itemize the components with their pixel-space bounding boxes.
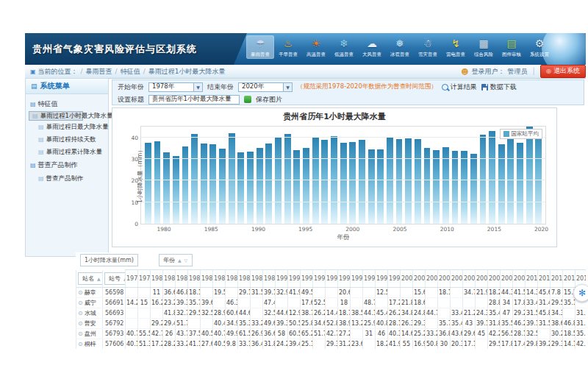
value-cell: 40.7 (126, 329, 138, 339)
nav-item-lightning[interactable]: ↯雷电普查 (442, 35, 470, 59)
sidebar-item[interactable]: ▤普查产品制作 (29, 172, 108, 185)
value-cell (313, 339, 326, 350)
sidebar-group[interactable]: ▤普查产品制作 (29, 158, 108, 172)
nav-item-rainstorm[interactable]: ☂暴雨普查 (246, 35, 274, 59)
nav-item-label: 雪灾普查 (418, 51, 437, 57)
logout-button[interactable]: ◎ 退出系统 (540, 65, 586, 78)
sidebar-item[interactable]: ▤暴雨过程日最大降水量 (29, 121, 108, 133)
value-cell (188, 319, 201, 329)
bar-slot (459, 127, 469, 224)
chart-bar (368, 149, 375, 224)
value-cell: 33.4 (451, 308, 463, 319)
save-image-button[interactable]: 保存图片 (256, 95, 282, 105)
data-table: 站名▲ ▽ 站号▲ ▽ 1978197919801981198219831984… (76, 269, 586, 349)
value-cell: 43.6 (451, 329, 463, 339)
x-tick-label: 1980 (157, 226, 171, 233)
sidebar-item[interactable]: ▤暴雨过程1小时最大降水量 (29, 111, 83, 121)
value-cell: 47 (501, 308, 513, 319)
chart-bar (517, 143, 523, 224)
sidebar-title: ▤ 系统菜单 (26, 79, 108, 94)
value-cell: 35.3 (238, 319, 251, 329)
value-cell: 24.2 (276, 339, 288, 350)
row-expander-icon[interactable]: ⊙ (78, 341, 83, 347)
value-cell: 41.9 (388, 339, 401, 350)
breadcrumb-item-current[interactable]: 暴雨过程1小时最大降水量 (148, 67, 226, 77)
chart-title-input[interactable]: 贵州省历年1小时最大降水量 (148, 95, 240, 105)
value-cell: 40.5 (213, 339, 226, 350)
value-cell: 44.6 (276, 308, 288, 319)
calculate-button[interactable]: 计算结果 (442, 82, 477, 92)
row-expander-icon[interactable]: ⊙ (78, 320, 83, 327)
chart-bar (303, 148, 309, 224)
sidebar-group[interactable]: ▤特征值 (29, 97, 108, 111)
value-cell: 15 (138, 298, 151, 308)
sidebar-item[interactable]: ▤暴雨过程累计降水量 (29, 146, 108, 158)
value-cell: 31.5 (538, 319, 551, 329)
sidebar: ▤ 系统菜单 ▤特征值▤暴雨过程1小时最大降水量▤暴雨过程日最大降水量▤暴雨过程… (25, 78, 109, 257)
nav-item-drought[interactable]: ♨干旱普查 (274, 35, 302, 59)
value-cell: 35.5 (501, 319, 513, 329)
location-marker-icon: ▣ (30, 68, 36, 75)
year-column-header: 2007 (488, 270, 501, 288)
nav-item-label: 干旱普查 (279, 51, 298, 57)
measure-chip[interactable]: 1小时降水量(mm) (80, 254, 138, 266)
chart-legend: 国家站平均 (500, 129, 543, 139)
nav-item-label: 系统设置 (530, 51, 549, 57)
sidebar-tree: ▤特征值▤暴雨过程1小时最大降水量▤暴雨过程日最大降水量▤暴雨过程持续天数▤暴雨… (26, 94, 108, 185)
value-cell: 41.1 (188, 339, 201, 350)
bar-slot (357, 127, 367, 224)
nav-item-low-temp[interactable]: ❄低温普查 (330, 35, 358, 59)
year-group-chip[interactable]: 年份▲ ▽ (159, 254, 193, 266)
value-cell (313, 288, 326, 298)
value-cell: 55 (401, 339, 413, 350)
row-expander-icon[interactable]: ⊙ (78, 310, 83, 316)
row-expander-icon[interactable]: ⊙ (78, 330, 83, 337)
value-cell: 28.9 (213, 308, 226, 319)
value-cell: 29.5 (488, 339, 501, 350)
bar-slot (301, 127, 311, 224)
app-title: 贵州省气象灾害风险评估与区划系统 (25, 43, 197, 56)
value-cell: 49.5 (301, 288, 313, 298)
value-cell: 39.1 (263, 288, 276, 298)
value-cell: 14.1 (563, 339, 576, 350)
nav-item-composite-risk[interactable]: ▦综合风险 (470, 35, 498, 59)
chart-bar (489, 131, 495, 224)
value-cell: 29.8 (526, 339, 538, 350)
download-button[interactable]: 数据下载 (481, 82, 517, 92)
nav-item-high-temp[interactable]: ☀高温普查 (302, 35, 330, 59)
lightning-icon: ↯ (451, 37, 460, 51)
nav-item-settings-wrench[interactable]: ⚙系统设置 (526, 35, 553, 59)
bar-slot (311, 127, 320, 224)
value-cell: 12.5 (376, 288, 388, 298)
chart-bar (201, 144, 207, 224)
sidebar-item[interactable]: ▤暴雨过程持续天数 (29, 133, 108, 146)
x-tick-label: 2000 (345, 226, 359, 233)
value-cell: 18.5 (563, 329, 576, 339)
value-cell (201, 288, 213, 298)
chart-bar (535, 129, 542, 224)
sidebar-item-label: 暴雨过程1小时最大降水量 (40, 112, 113, 121)
value-cell: 40.1 (126, 339, 138, 350)
breadcrumb-item-survey[interactable]: 暴雨普查 (86, 67, 112, 77)
row-expander-icon[interactable]: ⊙ (78, 300, 83, 306)
value-cell: 40.3 (388, 329, 401, 339)
station-name-sort-chip[interactable]: 站名▲ ▽ (78, 272, 103, 285)
breadcrumb-item-feature[interactable]: 特征值 (121, 67, 140, 77)
value-cell: 16.9 (413, 339, 426, 350)
nav-item-snow[interactable]: ☃雪灾普查 (414, 35, 442, 59)
nav-item-gale[interactable]: ☁大风普查 (358, 35, 386, 59)
hail-icon: ❅ (395, 37, 404, 51)
chart-bar (461, 151, 467, 224)
floating-widget-button[interactable]: ✻ (573, 284, 588, 302)
end-year-select[interactable]: 2020年▼ (238, 82, 293, 92)
value-cell: 45.4 (376, 308, 388, 319)
station-id-sort-chip[interactable]: 站号▲ ▽ (104, 272, 126, 285)
row-expander-icon[interactable]: ⊙ (78, 289, 83, 296)
start-year-select[interactable]: 1978年▼ (148, 82, 203, 92)
value-cell: 18.2 (488, 288, 501, 298)
nav-item-map-review[interactable]: ▤图件审核 (498, 35, 526, 59)
nav-item-hail[interactable]: ❅冰雹普查 (386, 35, 414, 59)
bar-slot (478, 127, 488, 224)
value-cell: 17.6 (301, 298, 313, 308)
value-cell: 29.4 (163, 319, 176, 329)
